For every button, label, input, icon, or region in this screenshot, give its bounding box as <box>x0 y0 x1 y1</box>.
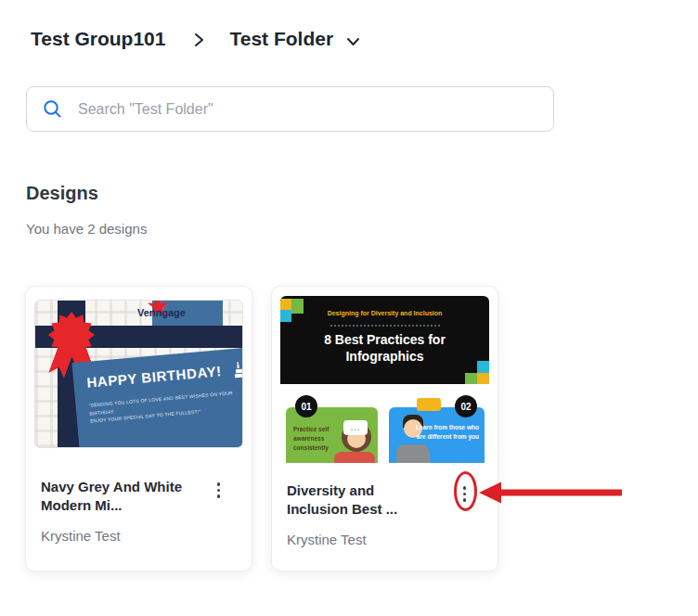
design-thumbnail-birthday[interactable]: ★ Venngage HAPPY BIRTHDAY! "SENDING YOU <box>34 300 243 448</box>
search-input[interactable] <box>76 100 537 119</box>
infographic-header: Designing for Diversity and Inclusion 8 … <box>280 296 489 384</box>
designs-count-text: You have 2 designs <box>26 221 147 237</box>
breadcrumb-group[interactable]: Test Group101 <box>31 28 165 50</box>
step-number-badge: 02 <box>455 395 477 417</box>
rosette-ribbon-icon <box>48 312 95 358</box>
step-text: Learn from those who are different from … <box>416 423 479 442</box>
birthday-heading: HAPPY BIRTHDAY! <box>86 363 223 391</box>
birthday-message: "SENDING YOU LOTS OF LOVE AND BEST WISHE… <box>88 387 243 425</box>
dotted-divider <box>330 325 440 327</box>
breadcrumb: Test Group101 Test Folder <box>31 28 360 50</box>
design-card-diversity[interactable]: Designing for Diversity and Inclusion 8 … <box>271 286 498 571</box>
birthday-cake-icon <box>233 360 243 379</box>
design-thumbnail-infographic[interactable]: Designing for Diversity and Inclusion 8 … <box>280 296 489 463</box>
decorative-square <box>280 299 291 310</box>
speech-bubble-icon <box>417 398 441 411</box>
design-title: Diversity and Inclusion Best ... <box>287 481 397 520</box>
step-number-badge: 01 <box>295 395 317 417</box>
decorative-square <box>465 373 477 384</box>
greeting-panel: HAPPY BIRTHDAY! "SENDING YOU LOTS OF LOV… <box>72 346 243 448</box>
breadcrumb-folder[interactable]: Test Folder <box>229 28 333 50</box>
search-bar <box>26 86 554 132</box>
step-panel-2: 02 Learn from those who are different fr… <box>389 407 485 463</box>
folder-page: Test Group101 Test Folder Designs You ha… <box>0 0 698 616</box>
design-author: Krystine Test <box>287 532 483 547</box>
infographic-title: 8 Best Practices for Infographics <box>280 331 489 365</box>
step-panel-1: 01 Practice self awareness consistently … <box>286 407 378 463</box>
chevron-down-icon[interactable] <box>346 37 360 47</box>
decorative-square <box>477 373 489 384</box>
design-author: Krystine Test <box>41 528 237 544</box>
venngage-logo: Venngage <box>137 307 186 318</box>
chevron-right-icon <box>193 30 205 50</box>
search-icon <box>43 99 62 119</box>
card-info: Navy Grey And White Modern Mi... Krystin… <box>26 478 252 544</box>
speech-bubble-icon: ... <box>343 420 368 435</box>
design-card-birthday[interactable]: ★ Venngage HAPPY BIRTHDAY! "SENDING YOU <box>25 286 252 571</box>
kebab-menu-icon[interactable] <box>217 482 221 498</box>
arrow-annotation <box>477 480 624 506</box>
infographic-kicker: Designing for Diversity and Inclusion <box>280 310 489 316</box>
design-title: Navy Grey And White Modern Mi... <box>41 478 182 516</box>
infographic-body: 01 Practice self awareness consistently … <box>280 384 489 463</box>
highlight-ellipse-annotation <box>454 471 477 511</box>
designs-heading: Designs <box>26 183 98 204</box>
